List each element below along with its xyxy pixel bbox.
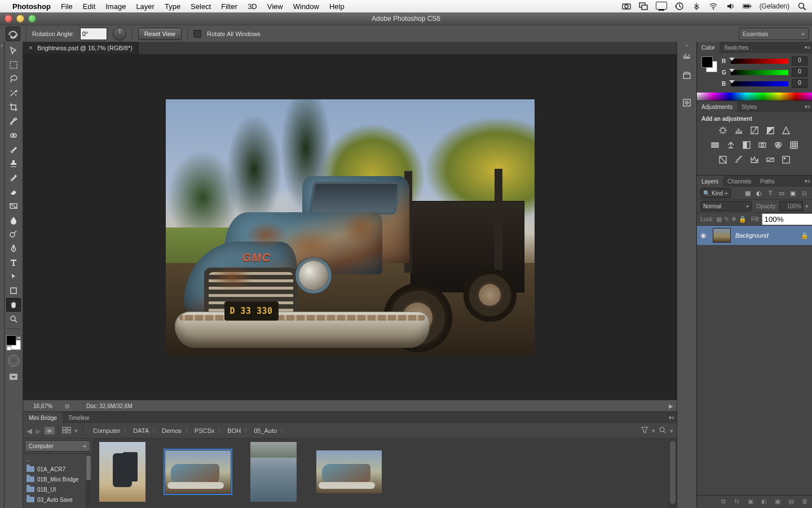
folder-item[interactable]: 01B_UI [23,484,92,494]
folder-item[interactable]: 03_Auto Save [23,494,92,505]
display-icon[interactable] [656,2,667,11]
reset-view-button[interactable]: Reset View [138,28,182,40]
lock-icon[interactable]: 🔒 [801,232,809,239]
hue-sat-icon[interactable] [710,140,720,150]
blend-mode-select[interactable]: Normal÷ [700,201,752,211]
rotation-angle-input[interactable] [80,28,107,40]
source-dropdown[interactable]: Computer÷ [25,440,90,452]
fill-input[interactable] [762,213,812,225]
visibility-icon[interactable]: ◉ [700,231,708,239]
menu-file[interactable]: File [61,2,73,11]
vibrance-icon[interactable] [781,125,791,135]
tab-layers[interactable]: Layers [697,176,723,187]
filter-icon[interactable] [641,426,648,435]
thumbnail[interactable] [99,442,146,502]
levels-icon[interactable] [734,125,744,135]
exposure-icon[interactable] [765,125,775,135]
eraser-tool[interactable] [6,185,21,199]
tab-paths[interactable]: Paths [756,176,779,187]
photo-filter-icon[interactable] [757,140,767,150]
tab-channels[interactable]: Channels [723,176,756,187]
gradient-map-icon[interactable] [765,155,775,165]
menu-help[interactable]: Help [329,2,345,11]
properties-icon[interactable] [679,96,694,110]
opacity-input[interactable] [779,201,803,211]
gradient-tool[interactable] [6,199,21,213]
dodge-tool[interactable] [6,227,21,241]
b-value[interactable]: 0 [792,79,807,88]
menu-window[interactable]: Window [293,2,319,11]
tab-styles[interactable]: Styles [737,101,761,112]
zoom-level[interactable]: 16,67% [23,403,63,409]
folder-up[interactable]: .. [23,454,92,464]
pen-tool[interactable] [6,242,21,255]
foreground-color[interactable] [6,335,16,345]
color-spectrum[interactable] [697,93,812,100]
stamp-tool[interactable] [6,157,21,170]
menu-image[interactable]: Image [105,2,126,11]
new-layer-icon[interactable]: ▤ [787,498,795,506]
filter-toggle-icon[interactable]: ⊟ [800,189,809,198]
crop-tool[interactable] [6,100,21,114]
close-tab-icon[interactable]: × [29,44,33,52]
bluetooth-icon[interactable] [692,2,701,11]
invert-icon[interactable] [718,155,728,165]
color-balance-icon[interactable] [726,140,736,150]
canvas-area[interactable]: GMC D 33 330 [23,55,677,400]
selective-color-icon[interactable] [781,155,791,165]
app-menu[interactable]: Photoshop [12,2,51,11]
filter-shape-icon[interactable]: ▭ [777,189,786,198]
folder-item[interactable]: 01B_Mini Bridge [23,474,92,484]
layer-name[interactable]: Background [735,232,769,239]
panel-menu-icon[interactable]: ▾≡ [805,178,810,184]
b-slider[interactable] [731,81,788,86]
window-zoom-button[interactable] [28,15,36,23]
wifi-icon[interactable] [709,2,718,11]
magic-wand-tool[interactable] [6,86,21,100]
histogram-icon[interactable] [679,49,694,62]
move-tool[interactable] [6,44,21,58]
crumb[interactable]: Computer [91,427,122,434]
layer-fx-icon[interactable]: fx [733,498,741,506]
r-value[interactable]: 0 [792,56,807,65]
volume-icon[interactable] [726,2,735,11]
zoom-popup-icon[interactable]: ⊞ [63,403,72,409]
eyedropper-tool[interactable] [6,115,21,128]
filter-smart-icon[interactable]: ▣ [788,189,797,198]
search-icon[interactable] [659,426,667,435]
layer-thumbnail[interactable] [713,228,731,243]
history-brush-tool[interactable] [6,171,21,185]
workspace-switcher[interactable]: Essentials÷ [739,28,809,40]
type-tool[interactable] [6,256,21,269]
view-mode-icon[interactable] [62,427,71,435]
filter-adjust-icon[interactable]: ◐ [754,189,764,198]
brush-tool[interactable] [6,143,21,156]
r-slider[interactable] [731,59,788,64]
crumb[interactable]: BOH [225,427,243,434]
hand-tool[interactable] [6,298,21,312]
panel-color-swatch[interactable] [701,56,717,72]
color-lookup-icon[interactable] [789,140,799,150]
timemachine-icon[interactable] [675,2,684,11]
rotation-knob[interactable] [113,27,126,41]
quick-mask-toggle[interactable] [8,355,19,366]
menu-layer[interactable]: Layer [136,2,155,11]
screens-icon[interactable] [639,2,648,11]
layer-row[interactable]: ◉ Background 🔒 [697,226,812,245]
shape-tool[interactable] [6,284,21,297]
g-slider[interactable] [731,70,788,75]
crumb[interactable]: 05_Auto [251,427,279,434]
active-tool-icon[interactable] [6,27,20,41]
blur-tool[interactable] [6,213,21,227]
thumbnail-scrollbar[interactable] [669,439,677,508]
menu-select[interactable]: Select [191,2,211,11]
folder-item[interactable]: 01A_ACR7 [23,464,92,474]
thumbnail[interactable] [250,442,297,502]
status-menu-icon[interactable]: ▶ [669,403,673,409]
crumb[interactable]: DATA [131,427,151,434]
rotate-all-checkbox[interactable] [193,30,201,38]
tab-timeline[interactable]: Timeline [63,412,95,423]
thumbnail[interactable] [165,442,231,502]
tab-color[interactable]: Color [697,42,720,53]
menu-type[interactable]: Type [165,2,180,11]
